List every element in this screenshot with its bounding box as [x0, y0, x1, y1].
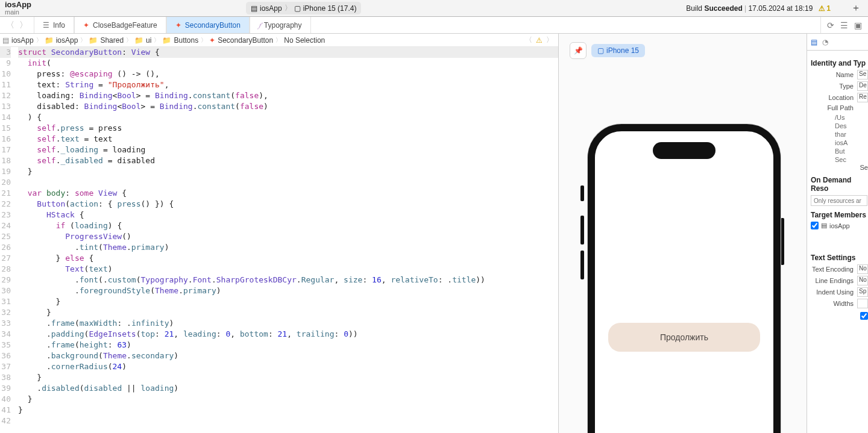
textencoding-field[interactable]: No [857, 264, 868, 274]
code-line[interactable]: struct SecondaryButton: View { [18, 47, 558, 58]
code-line[interactable]: } [18, 405, 558, 416]
warning-icon[interactable]: ⚠ [536, 36, 542, 45]
bc-item[interactable]: iosApp [11, 36, 34, 45]
add-tab-button[interactable]: ＋ [851, 2, 861, 14]
tab-closebadgefeature[interactable]: ✦ CloseBadgeFeature [74, 17, 166, 33]
widths-field[interactable] [857, 299, 868, 308]
code-line[interactable]: .padding(EdgeInsets(top: 21, leading: 0,… [18, 329, 558, 340]
phone-side-button [580, 185, 584, 201]
bc-item[interactable]: iosApp [56, 36, 78, 45]
ondemand-tags-input[interactable] [811, 195, 867, 206]
preview-device-selector[interactable]: ▢ iPhone 15 [591, 44, 645, 57]
location-field[interactable]: Re [857, 93, 868, 102]
scheme-device-label: iPhone 15 (17.4) [303, 4, 357, 13]
fullpath-line: But [811, 147, 868, 155]
phone-side-button [580, 251, 584, 279]
textsettings-section-title: Text Settings [811, 254, 868, 262]
back-button[interactable]: 〈 [5, 20, 16, 31]
code-line[interactable]: .frame(maxWidth: .infinity) [18, 318, 558, 329]
tab-info[interactable]: ☰ Info [34, 17, 74, 33]
bc-item[interactable]: Buttons [174, 36, 198, 45]
textencoding-label: Text Encoding [811, 266, 854, 273]
code-line[interactable]: loading: Binding<Bool> = Binding.constan… [18, 90, 558, 101]
code-line[interactable]: .foregroundStyle(Theme.primary) [18, 285, 558, 296]
code-line[interactable]: self._loading = loading [18, 145, 558, 155]
code-line[interactable]: } [18, 296, 558, 307]
folder-icon: 📁 [162, 36, 171, 45]
target-iosapp-checkbox[interactable] [811, 222, 819, 229]
breadcrumb[interactable]: ▤ iosApp〉 📁 iosApp〉 📁 Shared〉 📁 ui〉 📁 Bu… [0, 34, 558, 47]
code-line[interactable]: Text(text) [18, 264, 558, 275]
secondary-button-preview[interactable]: Продолжить [608, 323, 760, 352]
fullpath-label: Full Path [811, 104, 854, 111]
type-field[interactable]: De [857, 81, 868, 91]
tab-typography[interactable]: 𝑓 Typography [250, 17, 311, 33]
pin-preview-button[interactable]: 📌 [570, 42, 587, 59]
code-line[interactable]: } [18, 307, 558, 318]
code-line[interactable]: disabled: Binding<Bool> = Binding.consta… [18, 101, 558, 112]
code-line[interactable]: Button(action: { press() }) { [18, 199, 558, 210]
bc-item[interactable]: No Selection [284, 36, 325, 45]
recent-files-button[interactable]: ⟳ [827, 20, 834, 30]
lineendings-field[interactable]: No [857, 276, 868, 285]
fullpath-line: thar [811, 130, 868, 139]
tab-label: CloseBadgeFeature [93, 21, 157, 30]
code-line[interactable] [18, 177, 558, 188]
tab-label: Typography [264, 21, 302, 30]
code-line[interactable]: .frame(height: 63) [18, 340, 558, 350]
branch-name[interactable]: main [5, 8, 31, 16]
swift-icon: ✦ [83, 21, 89, 30]
code-line[interactable]: var body: some View { [18, 188, 558, 199]
target-section-title: Target Members [811, 211, 868, 219]
code-line[interactable]: text: String = "Продолжить", [18, 79, 558, 90]
code-line[interactable]: self.text = text [18, 134, 558, 145]
fullpath-line: Sec [811, 155, 868, 164]
preview-canvas[interactable]: Продолжить [588, 124, 781, 433]
tab-secondarybutton[interactable]: ✦ SecondaryButton [166, 17, 250, 33]
editor-layout-button[interactable]: ▣ [854, 20, 862, 30]
code-line[interactable]: .cornerRadius(24) [18, 361, 558, 372]
code-line[interactable]: init( [18, 58, 558, 69]
name-field[interactable]: Se [857, 70, 868, 79]
history-inspector-tab-icon[interactable]: ◔ [822, 38, 828, 46]
bc-item[interactable]: ui [146, 36, 151, 45]
code-line[interactable]: .font(.custom(Typography.Font.SharpGrote… [18, 275, 558, 285]
scheme-selector[interactable]: ▤ iosApp 〉 ▢ iPhone 15 (17.4) [246, 2, 361, 14]
project-name[interactable]: iosApp [5, 1, 31, 8]
code-line[interactable]: if (loading) { [18, 220, 558, 231]
phone-side-button [580, 216, 584, 245]
file-inspector-tab-icon[interactable]: ▤ [811, 38, 817, 46]
scheme-separator: 〉 [285, 3, 292, 13]
warning-icon: ⚠ [819, 4, 825, 13]
code-review-button[interactable]: ☰ [840, 20, 848, 30]
tab-label: SecondaryButton [185, 21, 241, 30]
code-editor[interactable]: 3910111213141516171819202122232425262728… [0, 47, 558, 426]
code-line[interactable]: ) { [18, 112, 558, 123]
preview-device-label: iPhone 15 [606, 46, 639, 55]
code-line[interactable]: self._disabled = disabled [18, 155, 558, 166]
next-issue-button[interactable]: 〉 [546, 35, 553, 45]
lineendings-label: Line Endings [811, 277, 854, 284]
indent-field[interactable]: Sp [857, 287, 868, 297]
code-line[interactable] [18, 416, 558, 426]
swift-icon: ✦ [175, 21, 181, 30]
warning-badge[interactable]: ⚠ 1 [819, 4, 831, 13]
code-line[interactable]: .background(Theme.secondary) [18, 350, 558, 361]
code-line[interactable]: .tint(Theme.primary) [18, 242, 558, 253]
code-line[interactable]: HStack { [18, 210, 558, 220]
bc-item[interactable]: SecondaryButton [218, 36, 273, 45]
code-line[interactable]: .disabled(disabled || loading) [18, 383, 558, 394]
wrap-checkbox[interactable] [860, 312, 868, 320]
bc-item[interactable]: Shared [100, 36, 124, 45]
code-line[interactable]: self.press = press [18, 123, 558, 134]
code-line[interactable]: } [18, 166, 558, 177]
code-line[interactable]: press: @escaping () -> (), [18, 69, 558, 79]
code-line[interactable]: ProgressView() [18, 231, 558, 242]
code-line[interactable]: } [18, 372, 558, 383]
code-line[interactable]: } [18, 394, 558, 405]
phone-side-button [781, 218, 784, 265]
ondemand-section-title: On Demand Reso [811, 176, 868, 193]
forward-button[interactable]: 〉 [18, 20, 29, 31]
prev-issue-button[interactable]: 〈 [525, 35, 532, 45]
code-line[interactable]: } else { [18, 253, 558, 264]
